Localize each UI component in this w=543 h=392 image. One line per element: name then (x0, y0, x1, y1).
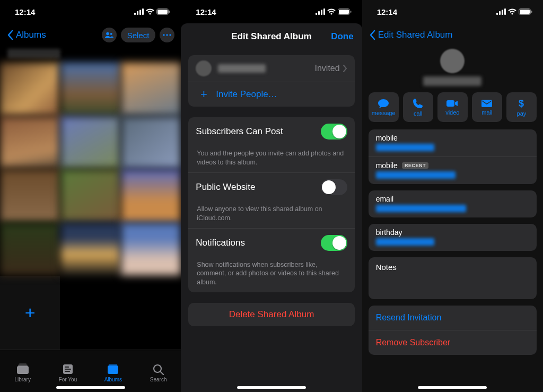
add-photo-button[interactable]: + (0, 276, 60, 350)
svg-rect-1 (137, 11, 138, 15)
shared-people-button[interactable] (102, 28, 117, 42)
svg-rect-33 (504, 8, 506, 15)
svg-rect-20 (109, 364, 117, 365)
mobile-value-redacted (376, 144, 434, 151)
notifications-row: Notifications (188, 229, 354, 257)
remove-subscriber-button[interactable]: Remove Subscriber (369, 330, 537, 355)
notifications-caption: Show notifications when subscribers like… (188, 257, 354, 293)
contact-nav: Edit Shared Album (362, 23, 543, 47)
svg-rect-36 (531, 11, 532, 13)
svg-rect-12 (17, 366, 29, 374)
delete-shared-album-button[interactable]: Delete Shared Album (188, 303, 354, 326)
birthday-group: birthday (369, 224, 537, 251)
subscriber-name-redacted (218, 64, 266, 73)
mobile-value-redacted (376, 171, 456, 179)
video-action[interactable]: video (437, 92, 468, 122)
phone-group: mobile mobile RECENT (369, 129, 537, 184)
subscribers-caption: You and the people you invite can add ph… (188, 146, 354, 172)
chevron-right-icon (343, 65, 347, 72)
tab-library[interactable]: Library (0, 350, 45, 392)
mobile-label: mobile (376, 134, 398, 142)
svg-rect-0 (134, 13, 136, 15)
home-indicator[interactable] (56, 386, 125, 389)
more-button[interactable] (160, 28, 174, 42)
email-label: email (376, 195, 529, 203)
svg-rect-2 (139, 10, 141, 15)
contact-actions-row: message call video mail $ pay (362, 92, 543, 129)
photo-thumbnail[interactable] (121, 63, 181, 116)
svg-point-11 (170, 34, 171, 36)
battery-icon (338, 8, 352, 15)
email-value-redacted (376, 205, 466, 212)
invitation-actions-group: Resend Invitation Remove Subscriber (369, 306, 537, 355)
library-icon (16, 363, 30, 375)
tab-albums-label: Albums (104, 377, 122, 382)
svg-rect-38 (481, 100, 492, 107)
photo-thumbnail[interactable] (0, 223, 60, 276)
photo-thumbnail[interactable] (60, 63, 120, 116)
plus-icon: + (196, 88, 212, 101)
photo-thumbnail[interactable] (0, 116, 60, 169)
tab-search-label: Search (150, 377, 167, 382)
svg-rect-23 (316, 13, 317, 15)
resend-invitation-button[interactable]: Resend Invitation (369, 306, 537, 330)
album-title-redacted (7, 49, 60, 58)
albums-back-button[interactable]: Albums (6, 30, 46, 40)
message-action[interactable]: message (369, 92, 399, 122)
wifi-icon (327, 8, 336, 15)
svg-rect-32 (502, 10, 503, 15)
photo-thumbnail[interactable] (60, 116, 120, 169)
battery-icon (519, 8, 532, 15)
photo-thumbnail[interactable] (0, 169, 60, 222)
mobile-row[interactable]: mobile (369, 129, 537, 156)
notifications-toggle[interactable] (321, 235, 347, 251)
photo-thumbnail[interactable] (60, 223, 120, 276)
svg-rect-24 (318, 11, 320, 15)
invite-people-row[interactable]: + Invite People… (188, 82, 354, 107)
svg-rect-6 (169, 11, 170, 13)
search-icon (152, 363, 165, 375)
pay-action[interactable]: $ pay (506, 92, 537, 122)
home-indicator[interactable] (237, 386, 306, 389)
photo-thumbnail[interactable] (0, 63, 60, 116)
photo-thumbnail[interactable] (121, 223, 181, 276)
photo-thumbnail[interactable] (60, 169, 120, 222)
subscriber-row[interactable]: Invited (188, 55, 354, 82)
select-button[interactable]: Select (121, 28, 156, 42)
svg-rect-14 (19, 363, 27, 365)
contact-name-redacted (423, 76, 481, 86)
public-website-toggle[interactable] (321, 179, 347, 195)
done-button[interactable]: Done (331, 31, 354, 42)
ellipsis-icon (163, 34, 171, 36)
status-bar: 12:14 (0, 0, 181, 23)
mobile-recent-row[interactable]: mobile RECENT (369, 156, 537, 184)
delete-group: Delete Shared Album (188, 303, 354, 326)
battery-icon (156, 8, 170, 15)
status-indicators (134, 8, 170, 15)
mobile-label: mobile (376, 161, 398, 170)
tab-library-label: Library (14, 377, 31, 382)
subscribers-can-post-toggle[interactable] (321, 124, 347, 140)
photo-thumbnail[interactable] (121, 169, 181, 222)
call-action[interactable]: call (403, 92, 433, 122)
email-row[interactable]: email (369, 190, 537, 217)
phone-icon (413, 98, 423, 109)
svg-rect-5 (157, 10, 168, 14)
svg-rect-16 (65, 367, 69, 368)
edit-shared-album-screen: 12:14 Edit Shared Album Done Invited (181, 0, 362, 392)
birthday-row[interactable]: birthday (369, 224, 537, 251)
message-label: message (372, 110, 396, 116)
svg-rect-13 (18, 364, 28, 366)
home-indicator[interactable] (418, 386, 487, 389)
back-button[interactable]: Edit Shared Album (369, 30, 453, 40)
tab-search[interactable]: Search (136, 350, 181, 392)
notes-field[interactable]: Notes (369, 257, 537, 299)
resend-label: Resend Invitation (376, 313, 442, 322)
mail-icon (481, 99, 493, 108)
call-label: call (414, 110, 423, 117)
photo-thumbnail[interactable] (121, 116, 181, 169)
svg-point-9 (163, 34, 165, 36)
mail-action[interactable]: mail (472, 92, 502, 122)
remove-label: Remove Subscriber (376, 338, 451, 347)
pay-icon: $ (518, 98, 525, 109)
